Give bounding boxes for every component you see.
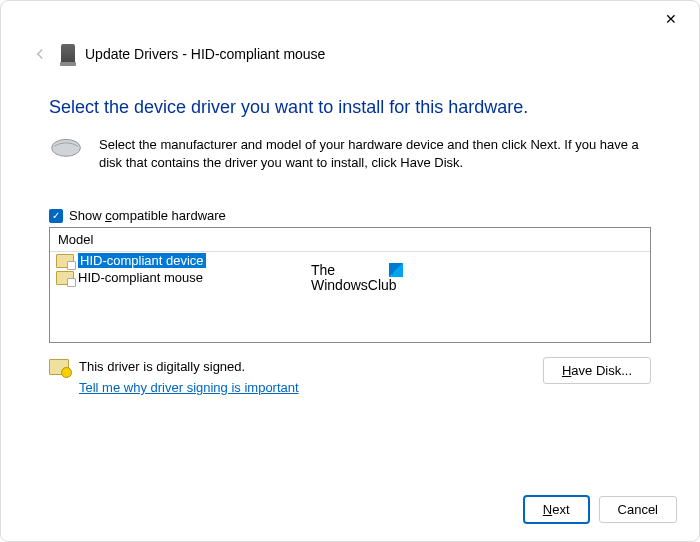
device-tower-icon [61,44,75,64]
certificate-icon [49,359,69,375]
model-column-header[interactable]: Model [50,228,650,252]
cancel-button[interactable]: Cancel [599,496,677,523]
list-item[interactable]: HID-compliant mouse [50,269,650,286]
show-compatible-label[interactable]: Show compatible hardware [69,208,226,223]
svg-point-0 [52,139,81,156]
show-compatible-row: ✓ Show compatible hardware [49,208,651,223]
driver-icon [56,254,74,268]
close-button[interactable]: ✕ [655,5,687,33]
footer-row: This driver is digitally signed. Tell me… [49,357,651,399]
page-heading: Select the device driver you want to ins… [49,97,651,118]
wizard-header: Update Drivers - HID-compliant mouse [1,37,699,79]
signed-text-block: This driver is digitally signed. Tell me… [79,357,299,399]
mouse-icon [49,136,83,158]
next-button[interactable]: Next [524,496,589,523]
driver-icon [56,271,74,285]
titlebar: ✕ [1,1,699,37]
list-item[interactable]: HID-compliant device [50,252,650,269]
update-drivers-wizard: ✕ Update Drivers - HID-compliant mouse S… [0,0,700,542]
model-listbox[interactable]: Model HID-compliant device HID-compliant… [49,227,651,343]
show-compatible-checkbox[interactable]: ✓ [49,209,63,223]
have-disk-button[interactable]: Have Disk... [543,357,651,384]
signed-status: This driver is digitally signed. [79,357,299,378]
wizard-buttons: Next Cancel [524,496,677,523]
wizard-title: Update Drivers - HID-compliant mouse [85,46,325,62]
signed-block: This driver is digitally signed. Tell me… [49,357,299,399]
driver-signing-link[interactable]: Tell me why driver signing is important [79,378,299,399]
instruction-row: Select the manufacturer and model of you… [49,136,651,172]
back-button[interactable] [29,43,51,65]
list-item-label: HID-compliant device [78,253,206,268]
wizard-content: Select the device driver you want to ins… [1,97,699,399]
list-item-label: HID-compliant mouse [78,270,203,285]
instruction-text: Select the manufacturer and model of you… [99,136,651,172]
